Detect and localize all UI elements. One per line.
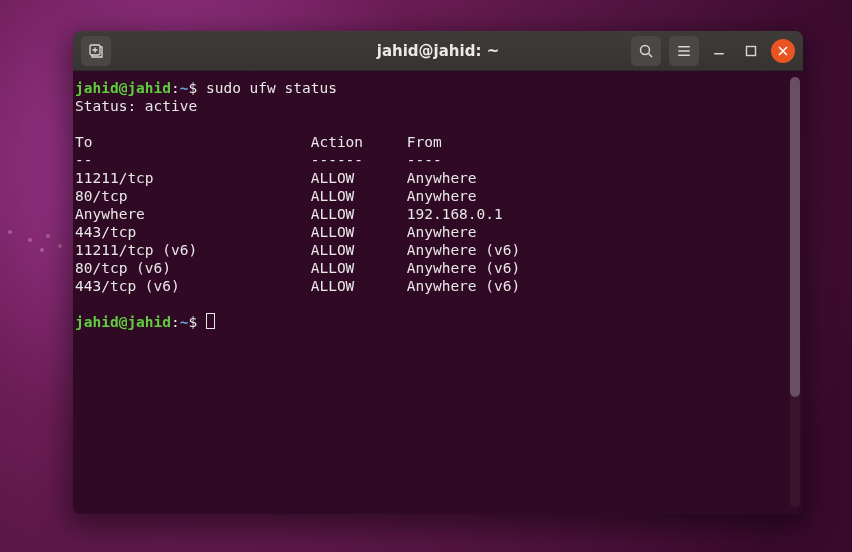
wallpaper-dot	[8, 230, 12, 234]
titlebar: jahid@jahid: ~	[73, 31, 803, 71]
search-button[interactable]	[631, 36, 661, 66]
hamburger-icon	[676, 43, 692, 59]
search-icon	[638, 43, 654, 59]
wallpaper-dot	[40, 248, 44, 252]
new-tab-button[interactable]	[81, 36, 111, 66]
new-tab-icon	[88, 43, 104, 59]
svg-rect-6	[714, 53, 724, 55]
minimize-icon	[713, 45, 725, 57]
terminal-body[interactable]: jahid@jahid:~$ sudo ufw status Status: a…	[73, 71, 803, 514]
svg-rect-5	[678, 54, 690, 56]
menu-button[interactable]	[669, 36, 699, 66]
wallpaper-dot	[46, 234, 50, 238]
close-icon	[777, 45, 789, 57]
wallpaper-dot	[28, 238, 32, 242]
terminal-output: jahid@jahid:~$ sudo ufw status Status: a…	[73, 71, 803, 339]
svg-rect-4	[678, 50, 690, 52]
svg-rect-7	[747, 46, 756, 55]
scrollbar-thumb[interactable]	[790, 77, 800, 397]
close-button[interactable]	[771, 39, 795, 63]
svg-line-2	[649, 53, 653, 57]
terminal-window: jahid@jahid: ~	[73, 31, 803, 514]
maximize-button[interactable]	[739, 39, 763, 63]
minimize-button[interactable]	[707, 39, 731, 63]
wallpaper-dot	[58, 244, 62, 248]
svg-point-1	[641, 45, 650, 54]
svg-rect-3	[678, 46, 690, 48]
maximize-icon	[745, 45, 757, 57]
